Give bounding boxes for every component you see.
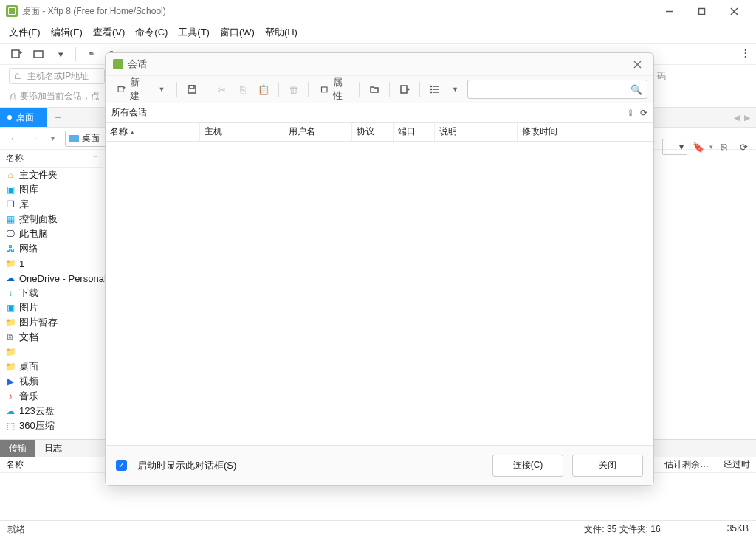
up-folder-icon[interactable]: ⇪ [627,108,634,118]
tab-transfer[interactable]: 传输 [0,440,35,457]
menu-cmd[interactable]: 命令(C) [135,26,168,39]
ic-doc-icon: 🗎 [4,331,16,343]
maximize-button[interactable] [685,0,718,22]
dialog-title: 会话 [128,58,147,71]
menu-edit[interactable]: 编辑(E) [51,26,83,39]
overflow-menu-icon[interactable]: ⋮ [740,47,750,58]
svg-rect-7 [34,51,43,58]
dialog-titlebar: 会话 [106,53,653,75]
open-icon[interactable] [30,45,47,63]
dialog-toolbar: 新建 ▼ ✂ ⎘ 📋 🗑 属性 ▼ 🔍 [106,75,653,103]
menu-tool[interactable]: 工具(T) [178,26,210,39]
dialog-app-icon [113,59,123,69]
ic-cp-icon: ▦ [4,213,16,225]
tree-item-label: OneDrive - Personal [19,273,106,284]
tree-item-label: 图库 [19,183,38,196]
dialog-breadcrumb: 所有会话 ⇪ ⟳ [106,103,653,123]
svg-point-21 [430,89,431,89]
nav-history-dropdown[interactable]: ▾ [44,131,61,147]
col-time[interactable]: 修改时间 [518,123,653,141]
ic-mus-icon: ♪ [4,390,16,402]
ic-pc-icon: 🖵 [4,228,16,240]
dialog-footer: ✓ 启动时显示此对话框(S) 连接(C) 关闭 [106,445,653,485]
tree-header-label: 名称 [6,152,24,165]
session-list[interactable] [106,142,653,445]
nav-fwd-button[interactable]: → [25,131,41,147]
new-button-label: 新建 [130,76,145,103]
minimize-button[interactable] [653,0,685,22]
svg-rect-16 [401,86,407,93]
status-filecount: 文件: 35 文件夹: 16 [584,523,660,536]
menu-help[interactable]: 帮助(H) [265,26,298,39]
list-view-icon[interactable] [426,80,444,98]
col-desc[interactable]: 说明 [435,123,518,141]
properties-button[interactable]: 属性 [315,80,353,98]
transfer-col-est: 估计剩余… [664,458,709,471]
show-on-start-label: 启动时显示此对话框(S) [137,459,236,472]
show-on-start-checkbox[interactable]: ✓ [116,460,127,471]
close-dialog-button[interactable]: 关闭 [572,455,643,477]
breadcrumb-text[interactable]: 所有会话 [111,106,147,119]
tree-item-label: 1 [19,258,24,269]
link-icon[interactable]: ⚭ [82,45,100,63]
close-button[interactable] [718,0,750,22]
new-window-icon[interactable]: ⎘ [716,139,732,155]
transfer-col-name: 名称 [6,458,24,471]
refresh-icon[interactable]: ⟳ [735,139,752,155]
host-input[interactable]: 🗀 主机名或IP地址 [9,68,105,84]
menu-view[interactable]: 查看(V) [93,26,125,39]
tab-add-button[interactable]: ＋ [47,108,68,127]
ic-home-icon: ⌂ [4,169,16,181]
search-box[interactable]: 🔍 [467,80,647,99]
search-input[interactable] [472,84,630,94]
col-user[interactable]: 用户名 [284,123,352,141]
new-folder-icon[interactable] [365,80,383,98]
export-icon[interactable] [396,80,413,98]
col-name[interactable]: 名称▴ [106,123,200,141]
tab-scroll-left-icon[interactable]: ◀ [734,113,740,123]
ic-dl-icon: ↓ [4,287,16,299]
tree-item-label: 库 [19,198,29,211]
new-dropdown[interactable]: ▼ [153,80,171,98]
tree-item-label: 网络 [19,242,38,255]
tree-item-label: 图片 [19,301,38,314]
location-box[interactable]: 桌面 [65,131,109,147]
ic-folder-icon: 📁 [4,258,16,269]
password-hint-fragment: 码 [657,70,666,83]
col-port[interactable]: 端口 [394,123,435,141]
list-view-dropdown[interactable]: ▼ [447,80,464,98]
dropdown-icon[interactable]: ▾ [52,45,69,63]
tree-item-label: 桌面 [19,360,38,373]
col-proto[interactable]: 协议 [352,123,394,141]
col-host[interactable]: 主机 [200,123,284,141]
bookmark-icon[interactable]: 🔖 [690,139,707,155]
nav-back-button[interactable]: ← [6,131,22,147]
tab-desktop[interactable]: 桌面 [0,108,47,127]
tree-item-label: 主文件夹 [19,168,58,182]
ic-lib-icon: ❒ [4,199,16,210]
tree-item-label: 音乐 [19,390,38,403]
dialog-close-button[interactable] [628,55,646,73]
search-icon[interactable]: 🔍 [630,84,642,95]
tab-scroll-right-icon[interactable]: ▶ [744,113,750,123]
ic-yun-icon: ☁ [4,405,16,417]
right-location-dropdown[interactable]: ▾ [662,139,687,155]
svg-rect-10 [118,87,123,92]
tab-log[interactable]: 日志 [35,440,71,457]
new-button[interactable]: 新建 [111,80,150,98]
paste-icon: 📋 [255,80,272,98]
save-icon[interactable] [183,80,201,98]
menu-file[interactable]: 文件(F) [9,26,41,39]
ic-folder-icon: 📁 [4,361,16,373]
connect-button[interactable]: 连接(C) [492,455,563,477]
transfer-col-elapsed: 经过时 [724,458,750,471]
ic-pic-icon: ▣ [4,184,16,196]
tree-item-label: 文档 [19,331,38,344]
tree-item-label: 360压缩 [19,419,55,432]
session-list-header: 名称▴ 主机 用户名 协议 端口 说明 修改时间 [106,123,653,142]
status-ready: 就绪 [7,523,25,536]
refresh-sessions-icon[interactable]: ⟳ [640,108,647,118]
chevron-up-icon[interactable]: ˄ [94,155,97,162]
menu-window[interactable]: 窗口(W) [220,26,255,39]
new-session-icon[interactable] [7,45,25,63]
